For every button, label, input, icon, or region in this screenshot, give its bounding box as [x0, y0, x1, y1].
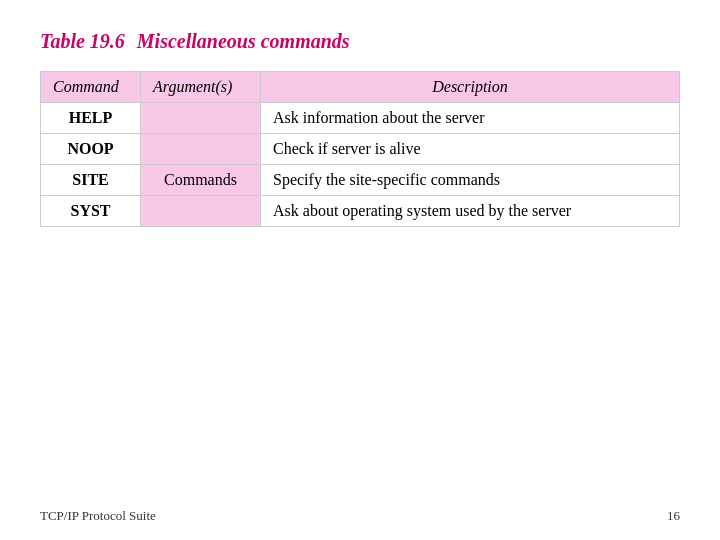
- cell-arguments: [141, 196, 261, 227]
- header-arguments: Argument(s): [141, 72, 261, 103]
- cell-command: SITE: [41, 165, 141, 196]
- table-row: NOOPCheck if server is alive: [41, 134, 680, 165]
- cell-command: SYST: [41, 196, 141, 227]
- header-command: Command: [41, 72, 141, 103]
- cell-command: NOOP: [41, 134, 141, 165]
- table-row: SYSTAsk about operating system used by t…: [41, 196, 680, 227]
- commands-table: Command Argument(s) Description HELPAsk …: [40, 71, 680, 227]
- table-row: HELPAsk information about the server: [41, 103, 680, 134]
- table-title: Miscellaneous commands: [137, 30, 350, 52]
- table-header-row: Command Argument(s) Description: [41, 72, 680, 103]
- page-content: Table 19.6 Miscellaneous commands Comman…: [0, 0, 720, 247]
- cell-description: Check if server is alive: [261, 134, 680, 165]
- cell-command: HELP: [41, 103, 141, 134]
- page-title: Table 19.6 Miscellaneous commands: [40, 30, 680, 53]
- cell-description: Ask information about the server: [261, 103, 680, 134]
- table-row: SITECommandsSpecify the site-specific co…: [41, 165, 680, 196]
- footer-right: 16: [667, 508, 680, 524]
- header-description: Description: [261, 72, 680, 103]
- footer-left: TCP/IP Protocol Suite: [40, 508, 156, 524]
- cell-description: Specify the site-specific commands: [261, 165, 680, 196]
- cell-description: Ask about operating system used by the s…: [261, 196, 680, 227]
- cell-arguments: Commands: [141, 165, 261, 196]
- footer: TCP/IP Protocol Suite 16: [40, 508, 680, 524]
- table-number: Table 19.6: [40, 30, 125, 52]
- cell-arguments: [141, 103, 261, 134]
- cell-arguments: [141, 134, 261, 165]
